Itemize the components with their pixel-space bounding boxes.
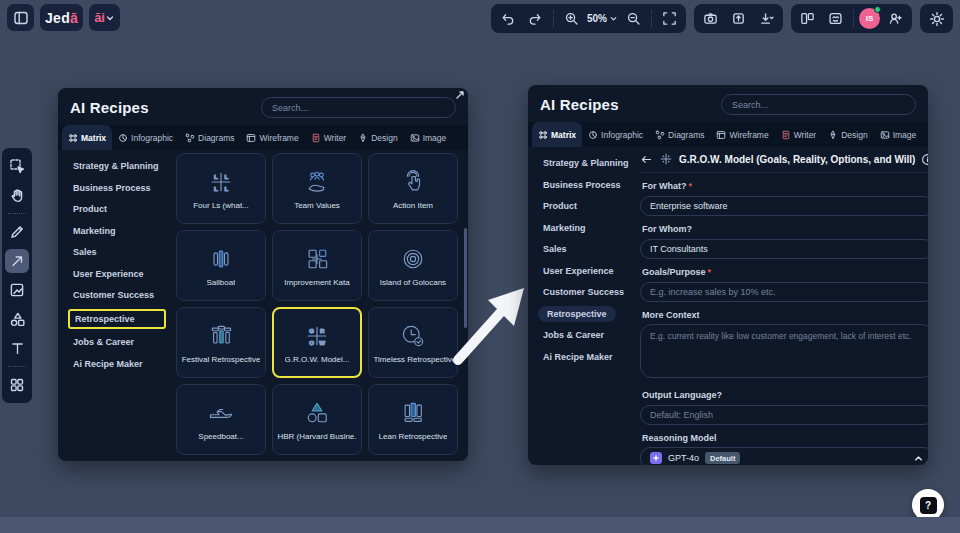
category-business-process[interactable]: Business Process (68, 180, 156, 196)
tab-matrix[interactable]: Matrix (62, 125, 112, 150)
zoom-level-value: 50% (587, 13, 607, 24)
annotation-arrow[interactable] (448, 280, 532, 370)
divider (8, 213, 26, 214)
tab-writer[interactable]: Writer (775, 122, 823, 147)
svg-text:W: W (319, 338, 325, 345)
tab-wireframe[interactable]: Wireframe (240, 125, 304, 150)
category-product[interactable]: Product (538, 198, 582, 214)
category-ai-recipe-maker[interactable]: Ai Recipe Maker (538, 349, 618, 365)
category-jobs-career[interactable]: Jobs & Career (538, 327, 609, 343)
category-customer-success[interactable]: Customer Success (68, 287, 159, 303)
tab-wireframe[interactable]: Wireframe (710, 122, 774, 147)
more-context-textarea[interactable] (640, 324, 928, 378)
share-export-button[interactable] (726, 7, 751, 30)
ai-brain-button[interactable] (823, 7, 848, 30)
back-arrow-icon[interactable] (640, 153, 653, 166)
tab-image[interactable]: Image (404, 125, 453, 150)
info-icon[interactable] (921, 153, 928, 166)
recipe-card-grow-model-highlighted[interactable]: GROW G.R.O.W. Model... (272, 307, 362, 378)
user-avatar[interactable]: IS (859, 8, 880, 29)
category-retrospective-selected[interactable]: Retrospective (538, 306, 616, 322)
category-retrospective-highlighted[interactable]: Retrospective (68, 309, 166, 329)
svg-text:R: R (320, 327, 325, 334)
screenshot-camera-button[interactable] (698, 7, 723, 30)
recipes-search-input[interactable] (261, 97, 456, 118)
category-marketing[interactable]: Marketing (68, 223, 121, 239)
recipe-card-team-values[interactable]: Team Values (272, 153, 362, 224)
recipe-card-island-of-golocans[interactable]: Island of Golocans (368, 230, 458, 301)
hand-tool-button[interactable] (5, 183, 29, 207)
tab-writer[interactable]: Writer (305, 125, 353, 150)
tab-design[interactable]: Design (822, 122, 873, 147)
lean-retrospective-icon (399, 399, 427, 427)
for-what-input[interactable] (640, 196, 928, 216)
recipes-search-input[interactable] (721, 94, 916, 115)
avatar-initials: IS (866, 14, 874, 23)
goals-purpose-label: Goals/Purpose* (642, 267, 928, 277)
tab-diagrams[interactable]: Diagrams (649, 122, 710, 147)
recipe-card-grid: LLLL Four Ls (what... Team Values Action… (174, 150, 468, 461)
undo-button[interactable] (495, 7, 520, 30)
category-ai-recipe-maker[interactable]: Ai Recipe Maker (68, 356, 148, 372)
frame-image-tool-button[interactable] (5, 278, 29, 302)
zoom-level-dropdown[interactable]: 50% (587, 13, 618, 24)
picker-category-list: Strategy & Planning Business Process Pro… (58, 150, 174, 461)
svg-text:L: L (224, 184, 228, 191)
category-strategy-planning[interactable]: Strategy & Planning (68, 158, 164, 174)
model-name: GPT-4o (668, 453, 699, 463)
zoom-in-button[interactable] (559, 7, 584, 30)
category-product[interactable]: Product (68, 201, 112, 217)
recipe-card-hbr[interactable]: HBR (Harvard Busine... (272, 384, 362, 455)
divider (8, 366, 26, 367)
select-tool-button[interactable] (5, 154, 29, 178)
category-jobs-career[interactable]: Jobs & Career (68, 334, 139, 350)
recipe-card-action-item[interactable]: Action Item (368, 153, 458, 224)
download-menu-button[interactable] (754, 7, 779, 30)
category-customer-success[interactable]: Customer Success (538, 284, 629, 300)
text-tool-button[interactable] (5, 336, 29, 360)
tab-image[interactable]: Image (874, 122, 923, 147)
tab-infographic[interactable]: Infographic (112, 125, 179, 150)
settings-button[interactable] (924, 7, 949, 30)
fullscreen-button[interactable] (657, 7, 682, 30)
recipe-card-speedboat[interactable]: Speedboat... (176, 384, 266, 455)
zoom-out-button[interactable] (621, 7, 646, 30)
grow-form-header: G.R.O.W. Model (Goals, Reality, Options,… (640, 152, 928, 173)
for-whom-input[interactable] (640, 239, 928, 259)
arrow-tool-button[interactable] (5, 249, 29, 273)
output-language-input[interactable] (640, 405, 928, 425)
category-sales[interactable]: Sales (68, 244, 102, 260)
sidebar-toggle-button[interactable] (7, 4, 34, 31)
templates-grid-tool-button[interactable] (5, 373, 29, 397)
category-marketing[interactable]: Marketing (538, 220, 591, 236)
recipe-card-lean-retrospective[interactable]: Lean Retrospective (368, 384, 458, 455)
pencil-tool-button[interactable] (5, 220, 29, 244)
tab-infographic[interactable]: Infographic (582, 122, 649, 147)
tab-diagrams[interactable]: Diagrams (179, 125, 240, 150)
category-user-experience[interactable]: User Experience (68, 266, 149, 282)
category-sales[interactable]: Sales (538, 241, 572, 257)
tab-design[interactable]: Design (352, 125, 403, 150)
sailboat-icon (207, 245, 235, 273)
recipe-card-four-ls[interactable]: LLLL Four Ls (what... (176, 153, 266, 224)
tab-matrix[interactable]: Matrix (532, 122, 582, 147)
shapes-tool-button[interactable] (5, 307, 29, 331)
invite-user-button[interactable] (883, 7, 908, 30)
category-strategy-planning[interactable]: Strategy & Planning (538, 155, 634, 171)
recipe-card-sailboat[interactable]: Sailboat (176, 230, 266, 301)
recipe-card-timeless-retrospective[interactable]: Timeless Retrospective (368, 307, 458, 378)
resize-handle-icon[interactable] (456, 91, 464, 99)
reasoning-model-select[interactable]: GPT-4o Default (640, 447, 928, 465)
ai-menu-button[interactable]: āi (89, 4, 120, 31)
category-business-process[interactable]: Business Process (538, 177, 626, 193)
layout-panels-button[interactable] (795, 7, 820, 30)
jeda-logo-button[interactable]: Jedā (40, 4, 83, 31)
topbar-left: Jedā āi (7, 4, 120, 31)
for-whom-label: For Whom? (642, 224, 928, 234)
goals-purpose-input[interactable] (640, 282, 928, 302)
recipe-card-improvement-kata[interactable]: Improvement Kata (272, 230, 362, 301)
category-user-experience[interactable]: User Experience (538, 263, 619, 279)
recipe-card-festival-retrospective[interactable]: Festival Retrospective (176, 307, 266, 378)
redo-button[interactable] (523, 7, 548, 30)
grow-form-title: G.R.O.W. Model (Goals, Reality, Options,… (679, 154, 915, 165)
